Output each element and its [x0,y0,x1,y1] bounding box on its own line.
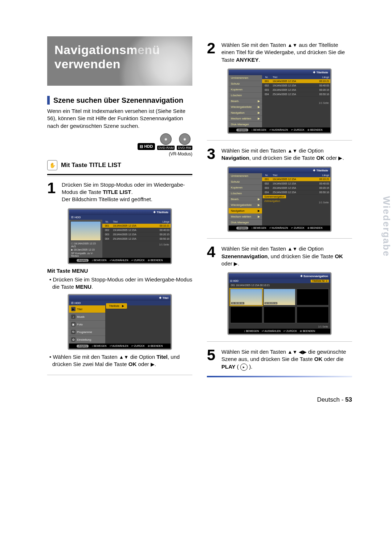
dvd-ram-badge: ◉ DVD-RAM [157,133,175,150]
page-footer: Deutsch - 53 [47,396,352,403]
dvd-rw-badge: ◉ DVD-RW [177,133,192,150]
hdd-badge: ⊟HDD [138,143,155,150]
step-text: Wählen Sie mit den Tasten die Option Nav… [221,147,352,162]
subhead-title-list: ✋ Mit Taste TITLE LIST [47,160,192,170]
arrows-all-icon [287,349,306,355]
right-column: 2 Wählen Sie mit den Tasten aus der Tite… [207,36,352,382]
step-number: 3 [207,147,218,162]
screenshot-menu: ❖ Titel ⊟ HDD ▶Titel ♪Musik ▣Foto ⧉Progr… [68,294,172,350]
step-text: Drücken Sie im Stopp-Modus oder im Wiede… [62,181,192,203]
section-heading: Szene suchen über Szenennavigation [47,96,192,105]
updown-icon [119,354,129,360]
updown-icon [287,246,297,252]
subhead-text: Mit Taste TITLE LIST [61,162,121,169]
step-number: 1 [47,181,58,203]
chapter-title: Navigationsmenü verwenden [47,36,192,86]
section-title: Szene suchen über Szenennavigation [53,96,183,105]
popup-titelliste: Titelliste ▶ [106,303,127,309]
step-number: 2 [207,41,218,64]
section-bar-icon [47,96,50,105]
step-1: 1 Drücken Sie im Stopp-Modus oder im Wie… [47,181,192,203]
step-text: Wählen Sie mit den Tasten die gewünschte… [221,348,352,371]
step-5: 5 Wählen Sie mit den Tasten die gewünsch… [207,348,352,371]
step-number: 4 [207,245,218,267]
left-column: Navigationsmenü verwenden Szene suchen ü… [47,36,192,382]
screenshot-context-menu: ❖ Titelliste Umbenennen Schutz Kopieren … [228,69,331,134]
step-number: 5 [207,348,218,371]
step-text: Wählen Sie mit den Tasten aus der Titell… [221,41,352,64]
step-4: 4 Wählen Sie mit den Tasten die Option S… [207,245,352,267]
updown-icon [287,148,297,154]
updown-icon [287,42,297,48]
step-text: Wählen Sie mit den Tasten die Option Sze… [221,245,352,267]
screenshot-navigation-submenu: ❖ Titelliste Umbenennen Schutz Kopieren … [228,167,331,232]
step-3: 3 Wählen Sie mit den Tasten die Option N… [207,147,352,162]
subhead-menu: Mit Taste MENU [47,268,192,274]
menu-bullet-1: • Drücken Sie im Stopp-Modus oder im Wie… [47,276,192,291]
play-icon: ▸ [240,364,248,371]
right-icon [338,155,342,161]
menu-bullet-2: • Wählen Sie mit den Tasten die Option T… [47,353,192,368]
right-icon [151,362,155,367]
hand-icon: ✋ [47,160,57,170]
preview-thumbnail-icon [70,221,101,241]
vr-mode-note: (VR-Modus) [47,151,192,157]
side-tab-label: Wiedergabe [381,196,392,257]
gradient-rule [207,376,352,377]
chapter-title-text: Navigationsmenü verwenden [54,43,185,71]
step-2: 2 Wählen Sie mit den Tasten aus der Tite… [207,41,352,64]
right-icon [234,261,238,267]
screenshot-scene-navigation: ❖ Szenennavigation ⊟ HDD Titelliste Nr. … [228,272,331,335]
section-intro: Wenn ein Titel mit Indexmarken versehen … [47,107,192,130]
media-badges: ⊟HDD ◉ DVD-RAM ◉ DVD-RW [47,133,192,150]
screenshot-titlelist: ❖ Titelliste ⊟ HDD ☐ 18/JAN/2005 12:15 A… [68,208,172,264]
